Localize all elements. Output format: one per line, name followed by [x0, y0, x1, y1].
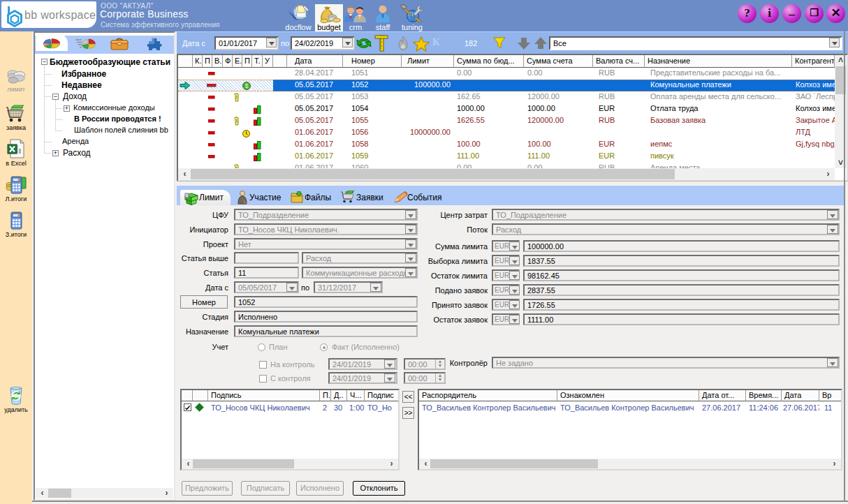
svg-text:$: $: [244, 82, 248, 89]
